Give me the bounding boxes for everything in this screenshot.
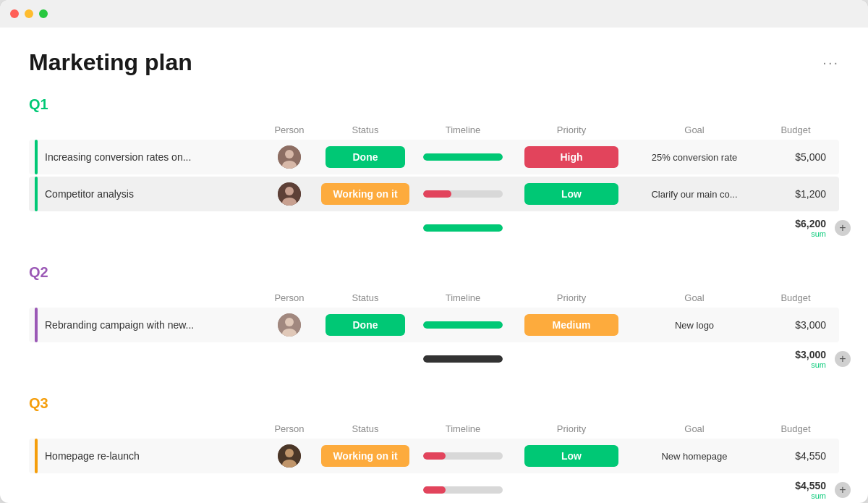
q2-sum-col: $3,000 sum	[760, 349, 832, 369]
svg-point-1	[285, 150, 294, 158]
q1-sum-row: $6,200 sum +	[29, 214, 839, 242]
q2-row1-person	[260, 313, 318, 337]
q1-col-status: Status	[318, 124, 412, 135]
q1-row1-avatar	[278, 145, 301, 169]
main-content: Marketing plan ··· Q1 Person Status Time…	[0, 28, 868, 503]
q2-add-col	[832, 292, 854, 303]
q3-section: Q3 Person Status Timeline Priority Goal …	[29, 395, 839, 503]
q1-add-col	[832, 124, 854, 135]
q1-row2-person	[260, 182, 318, 206]
svg-point-7	[285, 318, 294, 326]
q1-row1-timeline	[412, 153, 514, 161]
app-window: Marketing plan ··· Q1 Person Status Time…	[0, 0, 868, 503]
q3-sum-amount: $4,550	[760, 480, 826, 491]
q1-row-1: Increasing conversion rates on... Done	[29, 140, 839, 174]
q2-row1-status-badge: Done	[326, 314, 405, 336]
q3-sum-col: $4,550 sum	[760, 480, 832, 500]
q3-row1-priority-badge: Low	[524, 445, 618, 467]
q1-row2-priority-badge: Low	[524, 183, 618, 205]
page-header: Marketing plan ···	[29, 49, 839, 76]
q2-add-button[interactable]: +	[835, 351, 851, 367]
q2-sum-amount: $3,000	[760, 349, 826, 360]
q1-row1-budget: $5,000	[760, 151, 832, 163]
q1-add-button[interactable]: +	[835, 220, 851, 236]
q2-header: Person Status Timeline Priority Goal Bud…	[29, 288, 839, 308]
q1-row1-status[interactable]: Done	[318, 146, 412, 168]
q2-col-priority: Priority	[514, 292, 629, 303]
q1-row1-goal: 25% conversion rate	[629, 152, 760, 163]
q2-row1-budget: $3,000	[760, 319, 832, 331]
q2-row-1: Rebranding campaign with new... Done M	[29, 308, 839, 342]
q3-add-button[interactable]: +	[835, 482, 851, 498]
q3-add-col	[832, 423, 854, 434]
svg-point-4	[285, 187, 294, 195]
q3-col-budget: Budget	[760, 423, 832, 434]
q2-sum-timeline	[423, 355, 503, 363]
q1-col-name	[29, 124, 260, 135]
q1-col-budget: Budget	[760, 124, 832, 135]
q2-row1-goal: New logo	[629, 320, 760, 331]
q1-sum-label: sum	[760, 229, 826, 238]
q3-col-priority: Priority	[514, 423, 629, 434]
q1-label: Q1	[29, 96, 839, 113]
q1-sum-col: $6,200 sum	[760, 218, 832, 238]
q2-row1-priority[interactable]: Medium	[514, 314, 629, 336]
q2-row1-name: Rebranding campaign with new...	[29, 308, 260, 342]
q3-row1-priority[interactable]: Low	[514, 445, 629, 467]
q1-sum-amount: $6,200	[760, 218, 826, 229]
q2-row1-status[interactable]: Done	[318, 314, 412, 336]
q2-sum-label: sum	[760, 360, 826, 369]
q1-row1-priority-badge: High	[524, 146, 618, 168]
q3-col-name	[29, 423, 260, 434]
close-dot[interactable]	[10, 9, 19, 18]
q2-col-person: Person	[260, 292, 318, 303]
q3-row1-person	[260, 444, 318, 468]
q2-col-status: Status	[318, 292, 412, 303]
page-title: Marketing plan	[29, 49, 192, 76]
minimize-dot[interactable]	[25, 9, 33, 18]
q3-row1-timeline-track	[423, 452, 503, 460]
q1-col-priority: Priority	[514, 124, 629, 135]
q3-col-status: Status	[318, 423, 412, 434]
q2-col-name	[29, 292, 260, 303]
q1-sum-timeline	[423, 224, 503, 232]
q3-sum-label: sum	[760, 491, 826, 500]
q2-row1-avatar	[278, 313, 301, 337]
q1-row1-priority[interactable]: High	[514, 146, 629, 168]
q3-col-person: Person	[260, 423, 318, 434]
q1-row2-avatar	[278, 182, 301, 206]
q1-col-person: Person	[260, 124, 318, 135]
q1-row1-name: Increasing conversion rates on...	[29, 140, 260, 174]
q2-sum-fill	[423, 355, 503, 363]
q1-row2-budget: $1,200	[760, 188, 832, 200]
q2-label: Q2	[29, 264, 839, 281]
q1-col-goal: Goal	[629, 124, 760, 135]
q1-row2-name: Competitor analysis	[29, 177, 260, 211]
q1-row2-timeline-track	[423, 190, 503, 198]
q1-row2-goal: Clarify our main co...	[629, 189, 760, 200]
q1-row2-timeline	[412, 190, 514, 198]
q1-row2-priority[interactable]: Low	[514, 183, 629, 205]
maximize-dot[interactable]	[39, 9, 48, 18]
q3-row1-status-badge: Working on it	[321, 445, 409, 467]
q3-header: Person Status Timeline Priority Goal Bud…	[29, 419, 839, 439]
q1-row1-status-badge: Done	[326, 146, 405, 168]
q2-row1-border	[35, 308, 38, 342]
q3-sum-fill	[423, 486, 446, 494]
q2-row1-timeline-track	[423, 321, 503, 329]
q1-section: Q1 Person Status Timeline Priority Goal …	[29, 96, 839, 242]
q1-header: Person Status Timeline Priority Goal Bud…	[29, 120, 839, 140]
q3-col-goal: Goal	[629, 423, 760, 434]
q1-row1-timeline-track	[423, 153, 503, 161]
q2-col-timeline: Timeline	[412, 292, 514, 303]
q3-row1-timeline-fill	[423, 452, 446, 460]
q3-row1-border	[35, 439, 38, 473]
q1-row2-status[interactable]: Working on it	[318, 183, 412, 205]
svg-point-10	[285, 449, 294, 457]
q3-row-1: Homepage re-launch Working on it Low	[29, 439, 839, 473]
more-button[interactable]: ···	[822, 54, 839, 71]
q2-col-goal: Goal	[629, 292, 760, 303]
q3-row1-status[interactable]: Working on it	[318, 445, 412, 467]
q3-row1-name: Homepage re-launch	[29, 439, 260, 473]
q1-row1-border	[35, 140, 38, 174]
